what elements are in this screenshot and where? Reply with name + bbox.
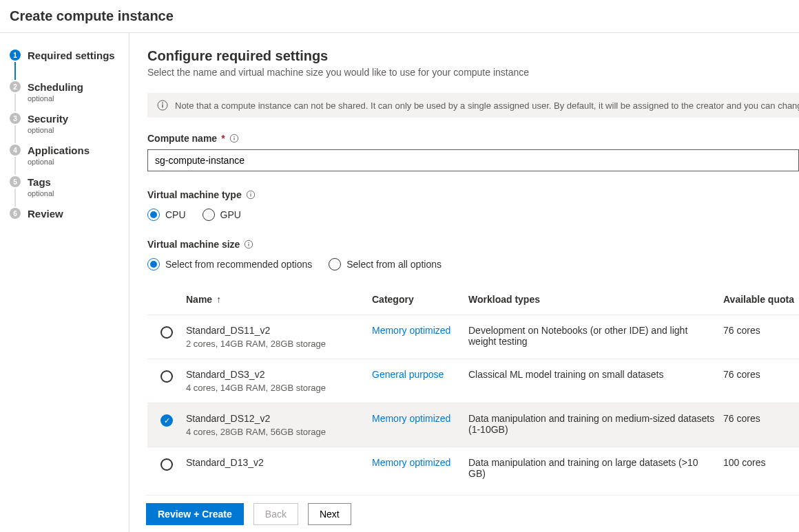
step-connector: [14, 189, 16, 206]
svg-rect-11: [249, 244, 249, 246]
row-select-radio[interactable]: ✓: [160, 370, 173, 383]
step-connector: [14, 157, 16, 175]
vm-spec: 4 cores, 14GB RAM, 28GB storage: [186, 383, 372, 393]
step-title: Scheduling: [28, 81, 83, 93]
vm-spec: 2 cores, 14GB RAM, 28GB storage: [186, 339, 372, 349]
step-connector: [14, 94, 16, 111]
vm-category-link[interactable]: Memory optimized: [372, 325, 468, 336]
vm-type-label: Virtual machine type: [147, 189, 799, 200]
vm-spec: 4 cores, 28GB RAM, 56GB storage: [186, 427, 372, 437]
vm-type-gpu-label: GPU: [220, 209, 241, 220]
step-subtitle: optional: [28, 189, 54, 198]
info-icon: [157, 100, 168, 111]
svg-point-1: [162, 103, 163, 104]
step-subtitle: optional: [28, 158, 90, 166]
col-category[interactable]: Category: [372, 294, 468, 305]
step-title: Required settings: [28, 50, 115, 61]
wizard-sidebar: 1Required settings2Schedulingoptional3Se…: [0, 33, 129, 532]
wizard-step-scheduling[interactable]: 2Schedulingoptional: [10, 81, 129, 113]
vm-type-cpu-radio[interactable]: CPU: [147, 209, 186, 221]
vm-size-recommended-radio[interactable]: Select from recommended options: [147, 258, 312, 270]
svg-point-10: [249, 242, 249, 243]
wizard-step-applications[interactable]: 4Applicationsoptional: [10, 145, 129, 176]
vm-name: Standard_DS12_v2: [186, 413, 372, 424]
section-subtitle: Select the name and virtual machine size…: [147, 67, 799, 78]
step-title: Security: [28, 113, 68, 125]
wizard-step-review[interactable]: 6Review: [10, 208, 129, 220]
vm-size-label: Virtual machine size: [147, 239, 799, 250]
table-row[interactable]: ✓Standard_D13_v2Memory optimizedData man…: [147, 447, 799, 489]
step-title: Tags: [28, 176, 54, 188]
step-number-badge: 3: [10, 113, 21, 124]
compute-name-input[interactable]: [147, 149, 799, 171]
vm-type-gpu-radio[interactable]: GPU: [203, 209, 241, 221]
vm-name: Standard_DS11_v2: [186, 325, 372, 336]
info-icon: [229, 134, 239, 143]
step-number-badge: 1: [10, 50, 21, 61]
step-number-badge: 5: [10, 176, 21, 187]
page-header: Create compute instance: [0, 0, 799, 32]
step-number-badge: 4: [10, 145, 21, 156]
wizard-step-security[interactable]: 3Securityoptional: [10, 113, 129, 145]
compute-name-label: Compute name *: [147, 133, 799, 144]
sort-asc-icon: ↑: [216, 294, 221, 305]
step-connector: [14, 125, 16, 143]
vm-quota: 100 cores: [723, 457, 799, 468]
vm-category-link[interactable]: Memory optimized: [372, 413, 468, 424]
vm-name: Standard_D13_v2: [186, 457, 372, 468]
step-subtitle: optional: [28, 94, 83, 103]
col-quota[interactable]: Available quota: [723, 294, 799, 305]
vm-workload: Data manipulation and training on medium…: [468, 413, 723, 435]
required-asterisk: *: [221, 133, 225, 144]
wizard-step-required-settings[interactable]: 1Required settings: [10, 50, 129, 81]
next-button[interactable]: Next: [308, 503, 351, 525]
vm-quota: 76 cores: [723, 369, 799, 380]
vm-size-all-label: Select from all options: [346, 259, 442, 270]
table-row[interactable]: ✓Standard_DS12_v24 cores, 28GB RAM, 56GB…: [147, 403, 799, 447]
section-heading: Configure required settings: [147, 48, 799, 64]
vm-quota: 76 cores: [723, 325, 799, 336]
back-button[interactable]: Back: [253, 503, 298, 525]
vm-type-cpu-label: CPU: [165, 209, 186, 220]
vm-category-link[interactable]: Memory optimized: [372, 457, 468, 468]
svg-rect-5: [234, 138, 234, 140]
vm-workload: Classical ML model training on small dat…: [468, 369, 723, 380]
step-title: Review: [28, 208, 63, 220]
vm-quota: 76 cores: [723, 413, 799, 424]
svg-rect-8: [250, 194, 251, 197]
svg-rect-2: [162, 105, 163, 108]
vm-size-all-radio[interactable]: Select from all options: [329, 258, 442, 270]
step-subtitle: optional: [28, 126, 68, 134]
vm-workload: Data manipulation and training on large …: [468, 457, 723, 479]
review-create-button[interactable]: Review + Create: [146, 503, 244, 525]
step-number-badge: 2: [10, 81, 21, 92]
row-select-radio[interactable]: ✓: [160, 326, 173, 339]
step-connector: [14, 62, 16, 80]
svg-point-4: [234, 136, 234, 137]
step-number-badge: 6: [10, 208, 21, 219]
row-select-radio[interactable]: ✓: [160, 458, 173, 471]
row-select-radio[interactable]: ✓: [160, 414, 173, 427]
table-row[interactable]: ✓Standard_DS3_v24 cores, 14GB RAM, 28GB …: [147, 359, 799, 403]
vm-size-recommended-label: Select from recommended options: [165, 259, 312, 270]
vm-name: Standard_DS3_v2: [186, 369, 372, 380]
col-name[interactable]: Name↑: [186, 294, 372, 305]
step-title: Applications: [28, 145, 90, 156]
info-icon: [244, 240, 253, 249]
main-panel: Configure required settings Select the n…: [129, 33, 799, 532]
info-icon: [246, 190, 256, 200]
table-header-row: Name↑ Category Workload types Available …: [147, 287, 799, 315]
svg-point-7: [250, 193, 251, 193]
table-row[interactable]: ✓Standard_DS11_v22 cores, 14GB RAM, 28GB…: [147, 315, 799, 359]
vm-size-table: Name↑ Category Workload types Available …: [147, 287, 799, 489]
wizard-footer: Review + Create Back Next: [146, 495, 799, 532]
wizard-step-tags[interactable]: 5Tagsoptional: [10, 176, 129, 208]
info-banner-text: Note that a compute instance can not be …: [175, 100, 799, 111]
page-title: Create compute instance: [10, 8, 789, 24]
col-workload[interactable]: Workload types: [468, 294, 723, 305]
vm-category-link[interactable]: General purpose: [372, 369, 468, 380]
info-banner: Note that a compute instance can not be …: [147, 93, 799, 118]
check-icon: ✓: [164, 416, 170, 425]
vm-workload: Development on Notebooks (or other IDE) …: [468, 325, 723, 347]
